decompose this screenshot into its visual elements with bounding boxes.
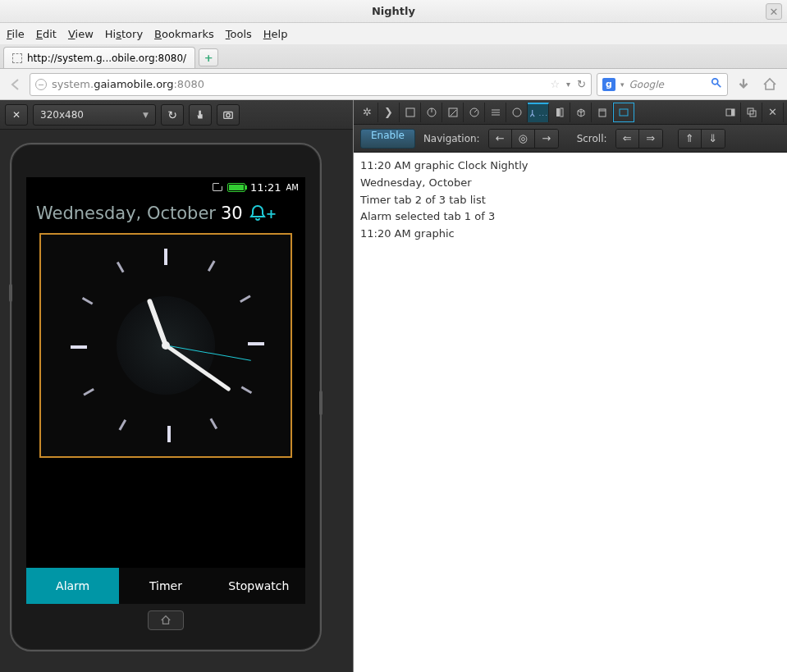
date-text: Wednesday, October [36, 203, 216, 223]
tab-stopwatch[interactable]: Stopwatch [213, 568, 305, 604]
nav-prev-button[interactable]: ← [489, 130, 512, 148]
tab-timer[interactable]: Timer [119, 568, 212, 604]
scroll-up-button[interactable]: ⇑ [679, 130, 702, 148]
menu-bookmarks[interactable]: Bookmarks [154, 28, 214, 40]
devtools-navigation-bar: Enable Navigation: ← ◎ → Scroll: ⇐ ⇒ ⇑ ⇓ [354, 125, 787, 153]
chevron-down-icon: ▼ [143, 111, 149, 119]
dropdown-chevron-icon[interactable]: ▾ [566, 80, 570, 89]
dt-paintflash-button[interactable] [549, 103, 570, 122]
sim-icon [213, 183, 222, 191]
tab-alarm[interactable]: Alarm [26, 568, 119, 604]
svg-point-14 [513, 108, 521, 117]
dt-close-button[interactable]: ✕ [762, 103, 784, 122]
rdv-close-button[interactable]: ✕ [5, 104, 28, 126]
menubar: File Edit View History Bookmarks Tools H… [0, 23, 787, 44]
home-button[interactable] [759, 74, 780, 95]
clock-face [41, 235, 291, 456]
add-alarm-button[interactable]: + [248, 203, 277, 223]
back-button[interactable] [7, 75, 25, 94]
log-line: Timer tab 2 of 3 tab list [360, 192, 780, 209]
accessibility-log: 11:20 AM graphic Clock Nightly Wednesday… [354, 153, 787, 672]
search-box[interactable]: g ▾ Google [597, 73, 728, 96]
menu-file[interactable]: File [7, 28, 25, 40]
status-time: 11:21 [250, 181, 281, 194]
dt-debugger-button[interactable] [421, 103, 442, 122]
devtools-panel: ✲ ❯ ... ✕ Enable Navigation: ← ◎ → [353, 100, 787, 672]
menu-view[interactable]: View [68, 28, 94, 40]
dt-network-button[interactable] [485, 103, 506, 122]
svg-rect-7 [449, 108, 457, 117]
search-placeholder: Google [629, 79, 664, 90]
browser-tab[interactable]: http://system.g...obile.org:8080/ [3, 47, 195, 68]
menu-help[interactable]: Help [263, 28, 288, 40]
svg-point-0 [712, 79, 718, 85]
dt-options-button[interactable]: ✲ [357, 103, 378, 122]
svg-rect-4 [406, 108, 414, 117]
menu-history[interactable]: History [105, 28, 143, 40]
svg-rect-15 [556, 108, 560, 117]
dt-inspector-button[interactable] [400, 103, 421, 122]
rdv-rotate-button[interactable]: ↻ [161, 104, 184, 126]
date-day: 30 [221, 203, 243, 223]
nav-target-button[interactable]: ◎ [512, 130, 535, 148]
navigation-buttons: ← ◎ → [488, 129, 559, 149]
status-bar: 11:21 AM [26, 177, 305, 197]
globe-icon [35, 79, 47, 90]
svg-rect-19 [620, 109, 628, 116]
svg-line-10 [474, 110, 477, 112]
svg-point-3 [226, 113, 230, 117]
plus-icon: + [266, 206, 277, 222]
svg-line-8 [451, 110, 456, 116]
page-favicon [12, 53, 22, 63]
scroll-v-buttons: ⇑ ⇓ [678, 129, 725, 149]
search-engine-chevron-icon[interactable]: ▾ [620, 80, 625, 89]
phone-frame: 11:21 AM Wednesday, October 30 + [10, 143, 322, 651]
new-tab-button[interactable]: + [199, 48, 218, 66]
phone-home-button[interactable] [148, 610, 184, 630]
scroll-h-buttons: ⇐ ⇒ [615, 129, 663, 149]
tab-label: http://system.g...obile.org:8080/ [27, 53, 186, 64]
search-icon[interactable] [711, 77, 722, 91]
rdv-size-select[interactable]: 320x480▼ [33, 104, 156, 126]
analog-clock[interactable] [39, 233, 292, 458]
url-text: system.gaiamobile.org:8080 [52, 78, 204, 90]
clock-app-tabs: Alarm Timer Stopwatch [26, 568, 305, 604]
scroll-right-button[interactable]: ⇒ [639, 130, 662, 148]
menu-tools[interactable]: Tools [226, 28, 252, 40]
rdv-toolbar: ✕ 320x480▼ ↻ [0, 100, 353, 130]
dt-responsive-button[interactable] [613, 103, 634, 122]
window-title: Nightly [372, 5, 415, 17]
reload-icon[interactable]: ↻ [577, 78, 586, 90]
window-close-button[interactable]: ✕ [766, 3, 782, 20]
dt-accessibility-button[interactable]: ... [528, 103, 549, 122]
log-line: Wednesday, October [360, 175, 780, 192]
nav-next-button[interactable]: → [535, 130, 558, 148]
rdv-screenshot-button[interactable] [217, 104, 240, 126]
bookmark-star-icon[interactable]: ☆ [550, 78, 560, 90]
dt-3dview-button[interactable] [570, 103, 592, 122]
devtools-toolbar: ✲ ❯ ... ✕ [354, 100, 787, 125]
window-titlebar: Nightly ✕ [0, 0, 787, 23]
status-ampm: AM [286, 183, 299, 192]
dt-scratchpad-button[interactable] [592, 103, 613, 122]
rdv-touch-button[interactable] [189, 104, 212, 126]
enable-button[interactable]: Enable [360, 129, 415, 149]
dt-dock-window-button[interactable] [741, 103, 762, 122]
scroll-down-button[interactable]: ⇓ [702, 130, 725, 148]
dt-dock-side-button[interactable] [720, 103, 741, 122]
downloads-button[interactable] [733, 74, 754, 95]
dt-style-editor-button[interactable] [442, 103, 464, 122]
log-line: 11:20 AM graphic [360, 226, 780, 243]
scroll-left-button[interactable]: ⇐ [616, 130, 639, 148]
svg-rect-21 [731, 109, 734, 116]
dt-firefox-button[interactable] [506, 103, 528, 122]
menu-edit[interactable]: Edit [36, 28, 57, 40]
navbar: system.gaiamobile.org:8080 ☆ ▾ ↻ g ▾ Goo… [0, 69, 787, 100]
svg-rect-16 [561, 108, 563, 117]
url-bar[interactable]: system.gaiamobile.org:8080 ☆ ▾ ↻ [30, 73, 592, 96]
dt-console-button[interactable]: ❯ [378, 103, 400, 122]
battery-icon [227, 183, 245, 192]
responsive-design-panel: ✕ 320x480▼ ↻ 11:21 AM [0, 100, 353, 672]
log-line: Alarm selected tab 1 of 3 [360, 208, 780, 226]
dt-profiler-button[interactable] [464, 103, 485, 122]
